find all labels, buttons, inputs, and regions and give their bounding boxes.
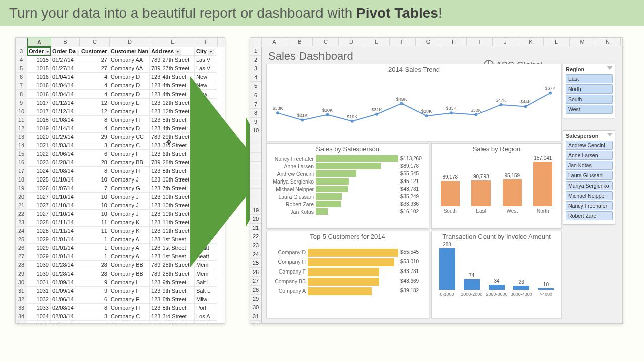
slicer-item[interactable]: Michael Neipper <box>566 191 613 200</box>
col-header-F[interactable]: F <box>195 38 218 47</box>
cell[interactable]: Company F <box>109 150 150 158</box>
cell[interactable] <box>195 201 217 210</box>
cell[interactable] <box>195 184 217 193</box>
row-header[interactable]: 5 <box>250 82 261 91</box>
source-data-sheet[interactable]: ABCDEF 3OrderOrder DaCustomerCustomer Na… <box>15 37 225 324</box>
cell[interactable]: Company C <box>109 312 150 321</box>
cell[interactable]: 01/09/14 <box>51 287 79 295</box>
cell[interactable]: 1025 <box>27 175 51 184</box>
cell[interactable]: 10 <box>79 175 109 184</box>
row-header[interactable]: 10 <box>16 107 27 116</box>
cell[interactable]: 02/03/14 <box>51 321 79 324</box>
cell[interactable]: Company K <box>109 218 150 227</box>
cell[interactable]: 1028 <box>27 218 51 227</box>
cell[interactable]: Company BB <box>109 158 150 167</box>
slicer-item[interactable]: North <box>566 84 613 94</box>
cell[interactable]: Salt L <box>195 287 217 295</box>
col-header-C[interactable]: C <box>80 38 110 47</box>
cell[interactable]: 123 10th Street <box>150 175 195 184</box>
cell[interactable]: 123 4th Street <box>150 81 195 90</box>
row-header[interactable]: 25 <box>16 235 27 244</box>
cell[interactable]: 123 4th Street <box>150 90 195 99</box>
cell[interactable]: 01/04/14 <box>51 81 79 90</box>
row-header[interactable]: 7 <box>250 100 261 109</box>
cell[interactable]: Company C <box>109 321 150 324</box>
cell[interactable] <box>195 158 217 167</box>
cell[interactable]: Company D <box>109 73 150 81</box>
row-header[interactable]: 10 <box>250 126 261 135</box>
cell[interactable]: 6 <box>79 295 109 304</box>
cell[interactable]: 01/12/14 <box>51 99 79 107</box>
cell[interactable]: 123 7th Street <box>150 184 195 193</box>
cell[interactable]: 123 1st Street <box>150 244 195 252</box>
col-header[interactable]: D <box>339 38 364 46</box>
cell[interactable] <box>195 167 217 175</box>
row-header[interactable]: 13 <box>16 133 27 141</box>
cell[interactable]: 123 11th Street <box>150 218 195 227</box>
cell[interactable]: 4 <box>79 124 109 133</box>
cell[interactable]: 123 3rd Street <box>150 321 195 324</box>
cell[interactable]: 01/10/14 <box>51 193 79 201</box>
dashboard-sheet[interactable]: ABCDEFGHIJKLMN 1234567891019202122232425… <box>250 37 623 324</box>
cell[interactable]: 123 10th Street <box>150 193 195 201</box>
cell[interactable]: 01/14/14 <box>51 124 79 133</box>
cell[interactable]: Seatt <box>195 235 217 244</box>
cell[interactable]: 789 28th Street <box>150 158 195 167</box>
cell[interactable]: 10 <box>79 201 109 210</box>
cell[interactable]: 1029 <box>27 244 51 252</box>
cell[interactable]: Company L <box>109 107 150 116</box>
cell[interactable]: 6 <box>79 150 109 158</box>
cell[interactable]: 1029 <box>27 252 51 261</box>
cell[interactable]: Company J <box>109 210 150 218</box>
row-header[interactable]: 30 <box>16 278 27 287</box>
cell[interactable]: 123 1st Street <box>150 252 195 261</box>
col-header-B[interactable]: B <box>51 38 80 47</box>
cell[interactable] <box>195 133 217 141</box>
cell[interactable]: 123 11th Street <box>150 227 195 235</box>
cell[interactable]: New <box>195 73 217 81</box>
cell[interactable]: 29 <box>79 133 109 141</box>
cell[interactable] <box>195 175 217 184</box>
cell[interactable]: Los A <box>195 321 217 324</box>
cell[interactable]: 8 <box>79 167 109 175</box>
cell[interactable]: 123 3rd Street <box>150 312 195 321</box>
cell[interactable]: 1015 <box>27 56 51 64</box>
cell[interactable]: 789 28th Street <box>150 269 195 278</box>
cell[interactable]: Company C <box>109 141 150 150</box>
cell[interactable]: 12 <box>79 107 109 116</box>
cell[interactable]: 1031 <box>27 278 51 287</box>
row-header[interactable]: 20 <box>16 193 27 201</box>
cell[interactable]: Mian <box>195 218 217 227</box>
cell[interactable]: Milw <box>195 295 217 304</box>
cell[interactable]: 1017 <box>27 107 51 116</box>
cell[interactable]: Company BB <box>109 269 150 278</box>
cell[interactable]: 7 <box>79 184 109 193</box>
cell[interactable]: 28 <box>79 269 109 278</box>
cell[interactable]: Company A <box>109 252 150 261</box>
col-header[interactable]: K <box>518 38 544 46</box>
filter-dropdown-icon[interactable] <box>208 49 214 55</box>
filter-dropdown-icon[interactable] <box>45 49 51 55</box>
cell[interactable]: 1029 <box>27 235 51 244</box>
col-header[interactable]: N <box>595 38 621 46</box>
row-header[interactable] <box>250 135 261 144</box>
row-header[interactable]: 19 <box>16 184 27 193</box>
cell[interactable]: 123 12th Street <box>150 107 195 116</box>
cell[interactable]: Las V <box>195 56 217 64</box>
col-header[interactable]: F <box>390 38 416 46</box>
cell[interactable]: Company I <box>109 287 150 295</box>
row-header[interactable] <box>250 189 261 198</box>
col-header[interactable]: E <box>364 38 390 46</box>
cell[interactable]: Company D <box>109 81 150 90</box>
col-header[interactable]: G <box>416 38 441 46</box>
cell[interactable]: Seatt <box>195 244 217 252</box>
cell[interactable]: 1020 <box>27 133 51 141</box>
cell[interactable]: 11 <box>79 218 109 227</box>
row-header[interactable]: 11 <box>16 116 27 124</box>
cell[interactable]: 1019 <box>27 124 51 133</box>
row-header[interactable]: 25 <box>250 259 261 268</box>
cell[interactable]: 01/27/14 <box>51 56 79 64</box>
col-header[interactable]: I <box>467 38 493 46</box>
row-header[interactable]: 6 <box>250 91 261 100</box>
cell[interactable]: 01/01/14 <box>51 235 79 244</box>
